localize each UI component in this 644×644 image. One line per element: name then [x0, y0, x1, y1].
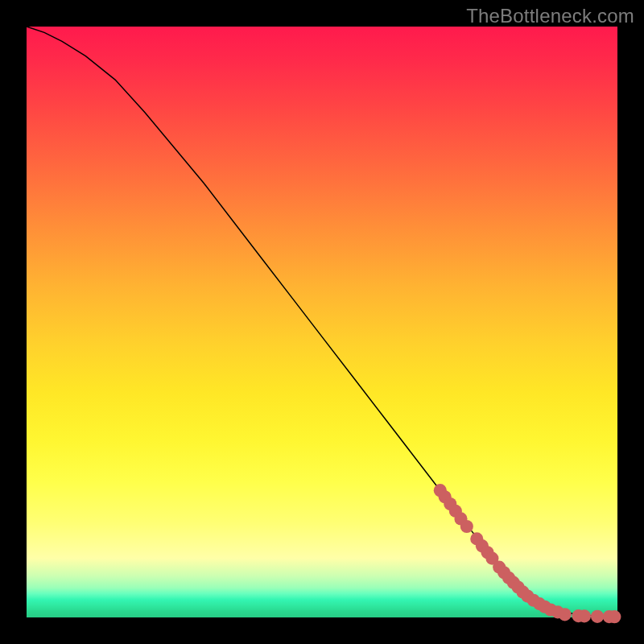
data-point	[460, 520, 473, 533]
chart-overlay-svg	[27, 27, 617, 617]
data-point	[578, 609, 591, 622]
data-points-group	[434, 484, 621, 623]
data-point	[559, 608, 572, 621]
bottleneck-curve	[27, 27, 617, 617]
watermark-text: TheBottleneck.com	[466, 5, 634, 27]
data-point	[608, 610, 621, 623]
chart-frame: TheBottleneck.com	[0, 0, 644, 644]
data-point	[591, 610, 604, 623]
